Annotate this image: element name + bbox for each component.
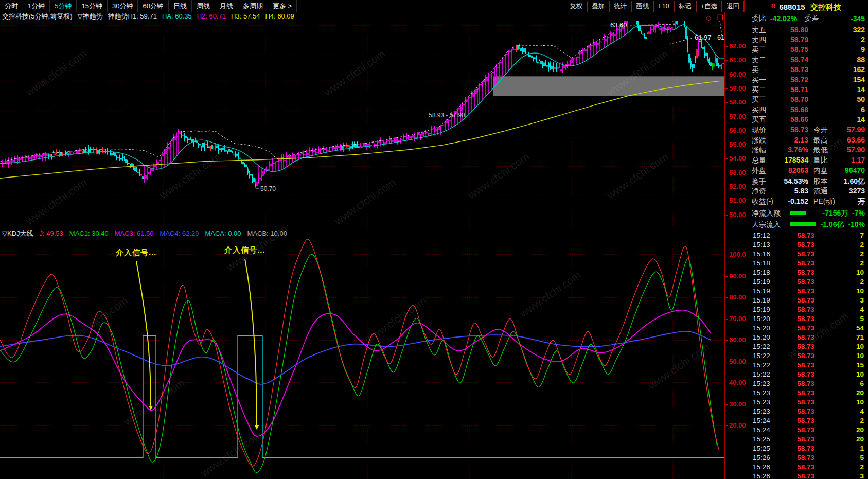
trade-row: 15:2258.7310 bbox=[749, 351, 868, 361]
toolbar-button-统计[interactable]: 统计 bbox=[609, 1, 631, 12]
period-tab-日线[interactable]: 日线 bbox=[169, 0, 192, 12]
ask-row-卖四[interactable]: 卖四58.792 bbox=[749, 35, 868, 45]
main-axis-tick: 52.00 bbox=[725, 183, 749, 191]
bid-row-买四[interactable]: 买四58.686 bbox=[749, 105, 868, 115]
weibi-value: -42.02% bbox=[770, 14, 797, 23]
kdj-axis-tick: 40.00 bbox=[725, 379, 749, 387]
stock-code: 688015 bbox=[779, 3, 805, 11]
flow-bar bbox=[790, 211, 806, 215]
ask-row-卖二[interactable]: 卖二58.7488 bbox=[749, 55, 868, 65]
trade-row: 15:2258.7310 bbox=[749, 342, 868, 351]
period-tab-周线[interactable]: 周线 bbox=[192, 0, 215, 12]
weibi-row: 委比 -42.02% 委差 -345 bbox=[749, 12, 868, 25]
trade-row: 15:1958.7310 bbox=[749, 287, 868, 296]
quote-row-外盘: 外盘82063内盘96470 bbox=[749, 166, 868, 176]
quote-row-现价: 现价58.73今开57.99 bbox=[749, 125, 868, 135]
main-axis-tick: 57.00 bbox=[725, 113, 749, 121]
kdj-legend-item-4: MAC4: 62.29 bbox=[160, 229, 199, 237]
trade-row: 15:1358.732 bbox=[749, 240, 868, 250]
kdj-axis-tick: 100.0 bbox=[725, 251, 749, 259]
ask-row-卖五[interactable]: 卖五58.80322 bbox=[749, 25, 868, 35]
pane-divider[interactable] bbox=[0, 228, 749, 228]
period-tab-15分钟[interactable]: 15分钟 bbox=[77, 0, 107, 12]
kdj-legend-item-5: MACA: 0.00 bbox=[205, 229, 241, 237]
toolbar-buttons: 复权叠加统计画线F10标记+自选返回 bbox=[565, 0, 744, 12]
main-legend-item-5: H3: 57.54 bbox=[231, 12, 260, 20]
period-tab-60分钟[interactable]: 60分钟 bbox=[138, 0, 168, 12]
trade-row: 15:2358.7320 bbox=[749, 388, 868, 398]
weicha-label: 委差 bbox=[804, 14, 819, 23]
tick-trades-list: 15:1258.73715:1358.73215:1658.73215:1858… bbox=[749, 231, 868, 479]
kdj-legend-item-3: MAC3: 61.50 bbox=[115, 229, 154, 237]
kdj-legend-item-6: MACB: 10.00 bbox=[247, 229, 287, 237]
money-flow: 净流入额-7156万 -7%大宗流入-1.06亿 -10% bbox=[749, 207, 868, 230]
toolbar-button-标记[interactable]: 标记 bbox=[674, 1, 696, 12]
trend-ribbon bbox=[1, 21, 699, 178]
main-axis-tick: 58.00 bbox=[725, 98, 749, 107]
trade-row: 15:2658.735 bbox=[749, 453, 868, 463]
trade-row: 15:1658.732 bbox=[749, 250, 868, 259]
period-tab-分时[interactable]: 分时 bbox=[0, 0, 23, 12]
kdj-series-MAC4 bbox=[0, 331, 711, 384]
period-tab-30分钟[interactable]: 30分钟 bbox=[108, 0, 138, 12]
bid-row-买二[interactable]: 买二58.7114 bbox=[749, 85, 868, 95]
toolbar-button-叠加[interactable]: 叠加 bbox=[587, 1, 609, 12]
trade-row: 15:1858.7310 bbox=[749, 268, 868, 277]
trade-row: 15:2358.7310 bbox=[749, 398, 868, 407]
ask-row-卖一[interactable]: 卖一58.73162 bbox=[749, 65, 868, 75]
toolbar-button-+自选[interactable]: +自选 bbox=[696, 1, 722, 12]
weicha-value: -345 bbox=[823, 14, 865, 23]
kdj-axis-tick: 50.00 bbox=[725, 358, 749, 366]
trade-row: 15:1858.732 bbox=[749, 259, 868, 268]
period-tab-多周期[interactable]: 多周期 bbox=[238, 0, 268, 12]
capital-row-收益(-): 收益(-)-0.152PE(动)— bbox=[749, 197, 868, 207]
candles bbox=[0, 21, 723, 189]
kdj-series-J bbox=[0, 239, 719, 466]
kdj-series-MAC1 bbox=[0, 254, 717, 472]
bid-row-买三[interactable]: 买三58.7050 bbox=[749, 95, 868, 104]
trade-row: 15:1258.737 bbox=[749, 231, 868, 240]
period-tab-更多 >[interactable]: 更多 > bbox=[268, 0, 297, 12]
flow-row-净流入额: 净流入额-7156万 -7% bbox=[749, 207, 868, 219]
trade-row: 15:2258.7315 bbox=[749, 361, 868, 370]
period-tab-月线[interactable]: 月线 bbox=[215, 0, 238, 12]
kdj-legend-item-2: MAC1: 30.40 bbox=[69, 229, 109, 237]
kdj-axis-tick: 70.00 bbox=[725, 315, 749, 323]
period-tab-1分钟[interactable]: 1分钟 bbox=[23, 0, 50, 12]
toolbar-button-画线[interactable]: 画线 bbox=[631, 1, 653, 12]
kdj-legend: ▽KDJ大线J: 49.53MAC1: 30.40MAC3: 61.50MAC4… bbox=[0, 229, 727, 238]
toolbar-button-返回[interactable]: 返回 bbox=[722, 1, 744, 12]
capital-stats: 换手54.53%股本1.60亿净资5.83流通3273万收益(-)-0.152P… bbox=[749, 176, 868, 207]
trade-row: 15:2458.732 bbox=[749, 416, 868, 425]
low-price-label: 50.70 bbox=[260, 185, 276, 192]
trade-row: 15:1958.733 bbox=[749, 296, 868, 305]
quote-row-涨幅: 涨幅3.76%最低57.90 bbox=[749, 145, 868, 155]
kdj-legend-item-0: ▽KDJ大线 bbox=[2, 229, 33, 237]
main-legend-item-2: 神趋势H1: 59.71 bbox=[108, 12, 157, 20]
toolbar-button-F10[interactable]: F10 bbox=[653, 1, 674, 12]
bid-book: 买一58.72154买二58.7114买三58.7050买四58.686买五58… bbox=[749, 75, 868, 125]
kdj-series-MAC3 bbox=[0, 310, 711, 436]
trade-row: 15:2658.732 bbox=[749, 463, 868, 472]
kdj-legend-item-1: J: 49.53 bbox=[40, 229, 63, 237]
ask-book: 卖五58.80322卖四58.792卖三58.759卖二58.7488卖一58.… bbox=[749, 25, 868, 75]
entry-signal-label-1: 介入信号... bbox=[116, 248, 157, 258]
quote-row-涨跌: 涨跌2.13最高63.66 bbox=[749, 135, 868, 146]
ask-row-卖三[interactable]: 卖三58.759 bbox=[749, 45, 868, 55]
period-tab-5分钟[interactable]: 5分钟 bbox=[50, 0, 77, 12]
weibi-label: 委比 bbox=[752, 14, 766, 23]
main-axis-tick: 50.00 bbox=[725, 211, 749, 219]
toolbar-button-复权[interactable]: 复权 bbox=[565, 1, 587, 12]
margin-flag: R bbox=[771, 3, 775, 9]
stock-name: 交控科技 bbox=[810, 3, 841, 11]
bid-row-买五[interactable]: 买五58.6614 bbox=[749, 115, 868, 125]
trade-row: 15:2558.7320 bbox=[749, 435, 868, 444]
trade-row: 15:2358.734 bbox=[749, 407, 868, 416]
trade-row: 15:1958.732 bbox=[749, 277, 868, 287]
main-axis-tick: 61.00 bbox=[725, 56, 749, 64]
kdj-axis-tick: 20.00 bbox=[725, 421, 749, 430]
bid-row-买一[interactable]: 买一58.72154 bbox=[749, 75, 868, 85]
main-axis-tick: 51.00 bbox=[725, 197, 749, 205]
period-tabs: 分时1分钟5分钟15分钟30分钟60分钟日线周线月线多周期更多 > bbox=[0, 0, 297, 12]
chart-area: 交控科技(5分钟,前复权)▽神趋势神趋势H1: 59.71HA: 60.35H2… bbox=[0, 12, 749, 479]
